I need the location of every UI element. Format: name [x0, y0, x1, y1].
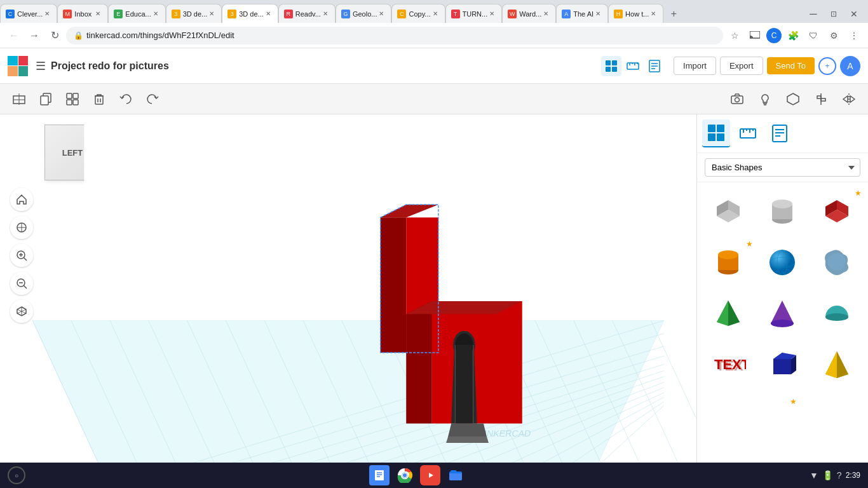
shapes-tab-button[interactable] — [702, 119, 730, 147]
viewport[interactable]: LEFT — [0, 114, 696, 488]
shapes-category-select[interactable]: Basic Shapes Geometric Text & Numbers Co… — [705, 158, 860, 177]
tab-close-t3[interactable]: ✕ — [151, 10, 160, 18]
taskbar-question-icon[interactable]: ? — [837, 470, 842, 480]
notes-tab-button[interactable] — [766, 119, 794, 147]
tab-t3[interactable]: E Educa... ✕ — [108, 4, 165, 23]
tab-close-t11[interactable]: ✕ — [593, 10, 602, 18]
tab-close-t12[interactable]: ✕ — [649, 10, 658, 18]
tab-t7[interactable]: G Geolo... ✕ — [336, 4, 392, 23]
tab-close-t10[interactable]: ✕ — [541, 10, 550, 18]
redo-button[interactable] — [141, 88, 164, 111]
taskbar-files-icon[interactable] — [445, 465, 466, 485]
extensions-icon[interactable]: ⚙ — [825, 27, 843, 44]
tab-t11[interactable]: A The AI ✕ — [556, 4, 608, 23]
extension-puzzle-icon[interactable]: 🧩 — [784, 27, 802, 44]
tab-close-t7[interactable]: ✕ — [377, 10, 386, 18]
minimize-button[interactable]: ─ — [804, 5, 822, 23]
shape-item-pyramid-yellow[interactable] — [811, 340, 863, 388]
tab-close-t9[interactable]: ✕ — [487, 10, 496, 18]
tab-close-t8[interactable]: ✕ — [431, 10, 440, 18]
profile-avatar[interactable]: A — [840, 56, 860, 76]
browser-chrome: C Clever... ✕ M Inbox ✕ E Educa... ✕ 3 3… — [0, 0, 868, 48]
taskbar-chrome-icon[interactable] — [395, 465, 415, 485]
new-tab-button[interactable]: + — [665, 5, 682, 23]
delete-button[interactable] — [88, 88, 111, 111]
group-button[interactable] — [61, 88, 84, 111]
shape-item-wedge[interactable] — [757, 340, 809, 388]
taskbar-docs-icon[interactable] — [369, 465, 390, 485]
import-button[interactable]: Import — [674, 57, 716, 75]
shape-item-cylinder-orange[interactable]: ★ — [702, 238, 754, 287]
tab-label-t10: Ward... — [519, 10, 541, 18]
svg-point-146 — [403, 473, 407, 477]
refresh-button[interactable]: ↻ — [46, 27, 64, 44]
tinkercad-logo[interactable] — [8, 56, 28, 76]
svg-marker-126 — [728, 301, 740, 326]
tab-t12[interactable]: H How t... ✕ — [608, 4, 663, 23]
shape-item-sphere[interactable] — [757, 238, 809, 287]
align-button[interactable] — [810, 88, 832, 111]
shape-toggle-button[interactable] — [782, 88, 804, 111]
tab-t2[interactable]: M Inbox ✕ — [57, 4, 108, 23]
zoom-out-button[interactable] — [10, 272, 33, 295]
shape-item-text3d[interactable]: TEXT TEXT — [702, 340, 754, 388]
restore-button[interactable]: ⊡ — [825, 5, 843, 23]
undo-button[interactable] — [114, 88, 137, 111]
shape-item-box-gray[interactable] — [702, 187, 754, 236]
chrome-cast-icon[interactable] — [746, 27, 764, 44]
project-menu-icon[interactable]: ☰ — [36, 59, 46, 73]
menu-dots-icon[interactable]: ⋮ — [845, 27, 863, 44]
shape-preview-text3d: TEXT TEXT — [709, 345, 747, 383]
svg-rect-3 — [606, 67, 611, 72]
back-button[interactable]: ← — [5, 27, 23, 44]
tab-close-t6[interactable]: ✕ — [321, 10, 330, 18]
copy-paste-button[interactable] — [34, 88, 57, 111]
tab-t1[interactable]: C Clever... ✕ — [0, 4, 57, 23]
tab-t10[interactable]: W Ward... ✕ — [502, 4, 556, 23]
shape-item-cylinder-gray[interactable] — [757, 187, 809, 236]
home-view-button[interactable] — [10, 188, 33, 211]
logo-cell-tr — [18, 56, 29, 66]
new-workplane-button[interactable] — [8, 88, 31, 111]
tab-close-t1[interactable]: ✕ — [43, 10, 51, 18]
taskbar-youtube-icon[interactable] — [420, 465, 440, 485]
bookmark-star-icon[interactable]: ☆ — [726, 27, 743, 44]
object-view-button[interactable] — [10, 300, 33, 323]
tab-close-t5[interactable]: ✕ — [264, 10, 273, 18]
notes-view-icon[interactable] — [644, 56, 665, 76]
grid-view-icon[interactable] — [601, 56, 621, 76]
tab-t4[interactable]: 3 3D de... ✕ — [166, 4, 222, 23]
svg-point-129 — [771, 320, 794, 327]
shield-icon[interactable]: 🛡 — [804, 27, 822, 44]
shape-item-cone[interactable] — [757, 289, 809, 337]
svg-line-42 — [24, 286, 27, 289]
light-bulb-button[interactable] — [754, 88, 776, 111]
zoom-in-button[interactable] — [10, 244, 33, 267]
forward-button[interactable]: → — [25, 27, 43, 44]
tab-close-t4[interactable]: ✕ — [207, 10, 216, 18]
send-to-button[interactable]: Send To — [767, 57, 815, 74]
shape-item-pyramid-green[interactable] — [702, 289, 754, 337]
tab-t6[interactable]: R Readv... ✕ — [278, 4, 336, 23]
close-button[interactable]: ✕ — [845, 5, 863, 23]
tab-t9[interactable]: T TURN... ✕ — [445, 4, 503, 23]
profile-c-icon[interactable]: C — [766, 28, 782, 43]
tab-close-t2[interactable]: ✕ — [93, 10, 102, 18]
add-account-button[interactable]: + — [818, 57, 836, 75]
tab-t8[interactable]: C Copy... ✕ — [391, 4, 445, 23]
windows-button[interactable]: ○ — [8, 466, 25, 484]
tab-t5[interactable]: 3 3D de... ✕ — [222, 4, 278, 23]
shapes-selector: Basic Shapes Geometric Text & Numbers Co… — [697, 153, 868, 182]
shape-item-star-partial[interactable]: ★ — [768, 396, 798, 425]
address-bar[interactable]: 🔒 tinkercad.com/things/dWhF21fXnDL/edit — [66, 27, 723, 44]
shape-item-box-red[interactable]: ★ — [811, 187, 863, 236]
shape-item-irregular[interactable] — [811, 238, 863, 287]
camera-button[interactable] — [726, 88, 749, 111]
ruler-tab-button[interactable] — [734, 119, 762, 147]
shape-item-half-sphere[interactable] — [811, 289, 863, 337]
svg-marker-137 — [837, 351, 848, 378]
ruler-view-icon[interactable] — [623, 56, 643, 76]
mirror-button[interactable] — [837, 88, 860, 111]
export-button[interactable]: Export — [720, 57, 763, 75]
fit-view-button[interactable] — [10, 216, 33, 239]
